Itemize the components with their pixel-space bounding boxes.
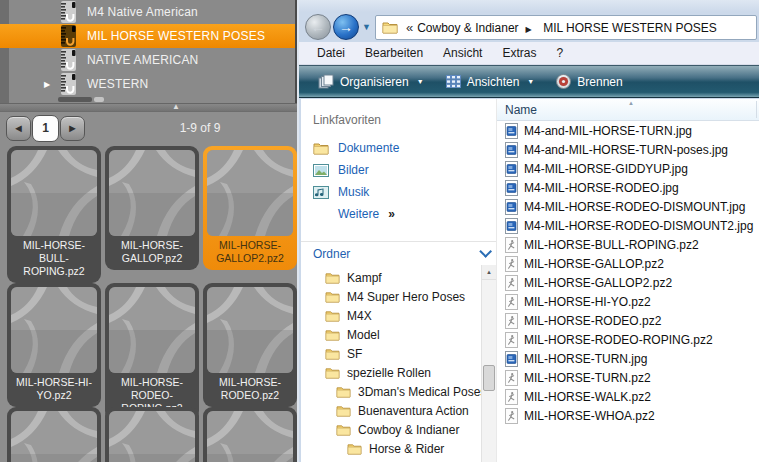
library-tree-item[interactable]: NATIVE AMERICAN: [0, 48, 295, 72]
favorite-link-label[interactable]: Dokumente: [338, 141, 399, 155]
toolbar-button[interactable]: Ansichten ▼: [435, 70, 546, 94]
file-row[interactable]: MIL-HORSE-TURN.pz2: [497, 368, 759, 387]
file-name[interactable]: M4-MIL-HORSE-GIDDYUP.jpg: [524, 162, 688, 176]
folder-tree-item-label[interactable]: Model: [347, 328, 380, 342]
favorite-link[interactable]: Dokumente: [301, 137, 496, 159]
library-tree-item[interactable]: M4 Native American: [0, 0, 295, 24]
file-row[interactable]: M4-MIL-HORSE-RODEO.jpg: [497, 178, 759, 197]
file-name[interactable]: MIL-HORSE-WALK.pz2: [524, 390, 651, 404]
favorite-link[interactable]: Musik: [301, 181, 496, 203]
file-name[interactable]: MIL-HORSE-GALLOP.pz2: [524, 257, 664, 271]
next-page-button[interactable]: ►: [60, 116, 85, 141]
folders-band[interactable]: Ordner: [301, 241, 496, 265]
file-row[interactable]: M4-MIL-HORSE-RODEO-DISMOUNT2.jpg: [497, 216, 759, 235]
menu-item[interactable]: Ansicht: [433, 46, 492, 60]
folder-tree-item[interactable]: 3Dman's Medical Poses: [301, 382, 496, 401]
file-name[interactable]: M4-and-MIL-HORSE-TURN.jpg: [524, 124, 692, 138]
name-column-header[interactable]: ▲ Name: [497, 99, 759, 121]
folder-tree-item-label[interactable]: M4 Super Hero Poses: [347, 290, 465, 304]
favorite-link-label[interactable]: Bilder: [338, 163, 369, 177]
folder-tree-item[interactable]: Horse & Rider: [301, 439, 496, 458]
file-name[interactable]: M4-MIL-HORSE-RODEO-DISMOUNT2.jpg: [524, 219, 753, 233]
pose-thumbnail[interactable]: MIL-HORSE-GALLOP2.pz2: [203, 146, 297, 270]
breadcrumb-overflow-icon[interactable]: «: [406, 20, 413, 35]
folder-tree-item[interactable]: Cowboy & Indianer: [301, 420, 496, 439]
breadcrumb-segment[interactable]: Cowboy & Indianer: [417, 18, 518, 36]
folder-tree-item-label[interactable]: spezielle Rollen: [347, 366, 431, 380]
pose-thumbnail[interactable]: [203, 407, 297, 462]
folder-tree-item-label[interactable]: Kampf: [347, 271, 382, 285]
favorite-link-label[interactable]: Weitere: [338, 207, 379, 221]
folder-tree-item-label[interactable]: Buenaventura Action: [358, 404, 469, 418]
file-name[interactable]: MIL-HORSE-BULL-ROPING.pz2: [524, 238, 699, 252]
file-name[interactable]: MIL-HORSE-RODEO.pz2: [524, 314, 661, 328]
favorite-link-label[interactable]: Musik: [338, 185, 369, 199]
folder-tree-item[interactable]: Buenaventura Action: [301, 401, 496, 420]
file-row[interactable]: MIL-HORSE-RODEO.pz2: [497, 311, 759, 330]
pose-thumbnail[interactable]: MIL-HORSE-BULL-ROPING.pz2: [7, 146, 101, 283]
pose-thumbnail[interactable]: [105, 407, 199, 462]
file-name[interactable]: M4-MIL-HORSE-RODEO-DISMOUNT.jpg: [524, 200, 745, 214]
file-name[interactable]: MIL-HORSE-GALLOP2.pz2: [524, 276, 672, 290]
page-number-field[interactable]: 1: [32, 115, 59, 142]
breadcrumb-segment-label[interactable]: MIL HORSE WESTERN POSES: [543, 21, 717, 35]
favorite-link[interactable]: Weitere »: [301, 203, 496, 225]
pose-thumbnail[interactable]: MIL-HORSE-RODEO-ROPING.pz2: [105, 283, 199, 420]
toolbar-button[interactable]: Organisieren ▼: [307, 70, 435, 94]
file-row[interactable]: MIL-HORSE-BULL-ROPING.pz2: [497, 235, 759, 254]
folder-tree-item-label[interactable]: M4X: [347, 309, 372, 323]
folder-tree-item[interactable]: SF: [301, 344, 496, 363]
scrollbar-thumb[interactable]: [483, 365, 495, 391]
file-name[interactable]: M4-and-MIL-HORSE-TURN-poses.jpg: [524, 143, 728, 157]
menu-item[interactable]: Datei: [307, 46, 355, 60]
file-name[interactable]: M4-MIL-HORSE-RODEO.jpg: [524, 181, 679, 195]
file-row[interactable]: M4-and-MIL-HORSE-TURN-poses.jpg: [497, 140, 759, 159]
breadcrumb-separator-icon[interactable]: ▶: [526, 25, 532, 34]
folder-tree-item-label[interactable]: SF: [347, 347, 362, 361]
menu-item[interactable]: Bearbeiten: [355, 46, 433, 60]
folder-tree-item[interactable]: spezielle Rollen: [301, 363, 496, 382]
favorite-link[interactable]: Bilder: [301, 159, 496, 181]
pose-thumbnail[interactable]: MIL-HORSE-HI-YO.pz2: [7, 283, 101, 407]
pose-thumbnail[interactable]: [7, 407, 101, 462]
tree-scrollbar-thumb[interactable]: [58, 97, 92, 102]
breadcrumb[interactable]: « Cowboy & Indianer ▶ MIL HORSE WESTERN …: [375, 15, 757, 40]
back-button[interactable]: ←: [305, 14, 331, 40]
panel-splitter[interactable]: ▲: [0, 103, 297, 112]
file-row[interactable]: MIL-HORSE-WALK.pz2: [497, 387, 759, 406]
pose-thumbnail[interactable]: MIL-HORSE-RODEO.pz2: [203, 283, 297, 407]
file-name[interactable]: MIL-HORSE-TURN.pz2: [524, 371, 651, 385]
file-row[interactable]: MIL-HORSE-GALLOP2.pz2: [497, 273, 759, 292]
file-row[interactable]: MIL-HORSE-GALLOP.pz2: [497, 254, 759, 273]
folder-tree-item[interactable]: [301, 458, 496, 462]
file-name[interactable]: MIL-HORSE-TURN.jpg: [524, 352, 647, 366]
menu-item[interactable]: Extras: [492, 46, 546, 60]
folder-tree-item[interactable]: Model: [301, 325, 496, 344]
folder-tree-item-label[interactable]: 3Dman's Medical Poses: [358, 385, 486, 399]
file-row[interactable]: MIL-HORSE-TURN.jpg: [497, 349, 759, 368]
folder-tree-item[interactable]: M4X: [301, 306, 496, 325]
chevron-down-icon[interactable]: [479, 245, 492, 258]
breadcrumb-segment[interactable]: ▶ MIL HORSE WESTERN POSES: [519, 18, 717, 36]
folder-tree-item-label[interactable]: Cowboy & Indianer: [358, 423, 459, 437]
expand-arrow-icon[interactable]: ▶: [44, 80, 50, 89]
tree-scrollbar[interactable]: ▲: [481, 265, 496, 462]
breadcrumb-segment-label[interactable]: Cowboy & Indianer: [417, 21, 518, 35]
file-row[interactable]: M4-MIL-HORSE-RODEO-DISMOUNT.jpg: [497, 197, 759, 216]
folder-tree-item[interactable]: Kampf: [301, 268, 496, 287]
library-tree-item[interactable]: MIL HORSE WESTERN POSES: [0, 24, 295, 48]
toolbar-button[interactable]: Brennen: [545, 70, 633, 94]
history-dropdown-icon[interactable]: ▼: [362, 22, 371, 32]
file-row[interactable]: M4-MIL-HORSE-GIDDYUP.jpg: [497, 159, 759, 178]
file-row[interactable]: M4-and-MIL-HORSE-TURN.jpg: [497, 121, 759, 140]
file-name[interactable]: MIL-HORSE-WHOA.pz2: [524, 409, 655, 423]
library-tree-item[interactable]: ▶ WESTERN: [0, 72, 295, 96]
file-row[interactable]: MIL-HORSE-HI-YO.pz2: [497, 292, 759, 311]
scroll-up-icon[interactable]: ▲: [482, 265, 496, 280]
folder-tree-item-label[interactable]: Horse & Rider: [369, 442, 444, 456]
file-name[interactable]: MIL-HORSE-RODEO-ROPING.pz2: [524, 333, 713, 347]
file-row[interactable]: MIL-HORSE-RODEO-ROPING.pz2: [497, 330, 759, 349]
forward-button[interactable]: →: [333, 14, 359, 40]
pose-thumbnail[interactable]: MIL-HORSE-GALLOP.pz2: [105, 146, 199, 270]
previous-page-button[interactable]: ◄: [6, 116, 31, 141]
